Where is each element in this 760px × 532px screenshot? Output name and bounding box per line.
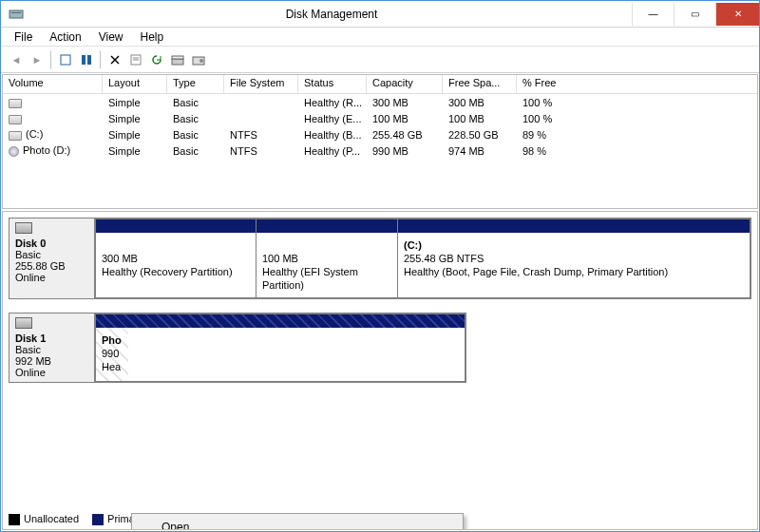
disk-icon — [15, 317, 32, 329]
drive-icon — [9, 115, 22, 124]
table-row[interactable]: Photo (D:) SimpleBasicNTFSHealthy (P...9… — [3, 142, 757, 159]
swatch-primary — [92, 514, 104, 525]
svg-point-13 — [200, 59, 203, 63]
svg-rect-1 — [11, 12, 21, 13]
app-icon — [5, 3, 28, 26]
table-row[interactable]: (C:) SimpleBasicNTFSHealthy (B...255.48 … — [3, 126, 757, 142]
disk-0-row: Disk 0 Basic 255.88 GB Online 300 MBHeal… — [9, 218, 751, 299]
partition-bar — [96, 314, 465, 328]
separator — [50, 50, 52, 69]
disc-icon — [9, 146, 19, 157]
context-menu: Open Explore Mark Partition as Active Ch… — [131, 513, 464, 530]
drive-icon — [9, 131, 22, 141]
disk-graph: Disk 0 Basic 255.88 GB Online 300 MBHeal… — [2, 211, 758, 530]
separator — [100, 50, 102, 69]
disk-0-partition-1[interactable]: 100 MBHealthy (EFI System Partition) — [256, 218, 398, 298]
window-controls: — ▭ ✕ — [632, 3, 759, 26]
titlebar: Disk Management — ▭ ✕ — [1, 1, 759, 28]
toolbar-btn-5[interactable] — [168, 50, 187, 69]
table-row[interactable]: SimpleBasicHealthy (R...300 MB300 MB100 … — [3, 94, 757, 110]
svg-rect-11 — [172, 56, 183, 59]
disk-0-info[interactable]: Disk 0 Basic 255.88 GB Online — [10, 218, 95, 298]
forward-button[interactable]: ► — [28, 50, 47, 69]
toolbar-btn-6[interactable] — [189, 50, 208, 69]
volume-rows: SimpleBasicHealthy (R...300 MB300 MB100 … — [3, 94, 757, 159]
col-status[interactable]: Status — [298, 75, 367, 93]
col-volume[interactable]: Volume — [3, 75, 103, 93]
disk-icon — [15, 222, 32, 234]
menu-help[interactable]: Help — [133, 29, 172, 45]
legend: Unallocated Prima — [9, 513, 135, 525]
col-capacity[interactable]: Capacity — [367, 75, 443, 93]
swatch-unallocated — [9, 514, 20, 525]
col-type[interactable]: Type — [167, 75, 224, 93]
disk-1-info[interactable]: Disk 1 Basic 992 MB Online — [10, 314, 95, 382]
menu-file[interactable]: File — [7, 29, 40, 45]
partition-bar — [96, 219, 256, 233]
menu-action[interactable]: Action — [42, 29, 88, 45]
col-filesystem[interactable]: File System — [224, 75, 298, 93]
table-row[interactable]: SimpleBasicHealthy (E...100 MB100 MB100 … — [3, 110, 757, 126]
column-headers: Volume Layout Type File System Status Ca… — [3, 75, 757, 94]
toolbar-btn-properties-icon[interactable] — [126, 50, 145, 69]
col-layout[interactable]: Layout — [103, 75, 167, 93]
toolbar: ◄ ► — [1, 47, 759, 73]
back-button[interactable]: ◄ — [7, 50, 26, 69]
svg-rect-4 — [87, 55, 91, 65]
maximize-button[interactable]: ▭ — [674, 3, 715, 26]
toolbar-btn-2[interactable] — [77, 50, 96, 69]
volume-list: Volume Layout Type File System Status Ca… — [2, 74, 758, 209]
disk-1-row: Disk 1 Basic 992 MB Online Pho990Hea — [9, 313, 466, 383]
close-button[interactable]: ✕ — [715, 3, 759, 26]
disk-0-partition-0[interactable]: 300 MBHealthy (Recovery Partition) — [95, 218, 256, 298]
partition-bar — [398, 219, 750, 233]
toolbar-btn-refresh-icon[interactable] — [147, 50, 166, 69]
col-pctfree[interactable]: % Free — [517, 75, 574, 93]
window-title: Disk Management — [31, 8, 632, 21]
svg-rect-0 — [10, 10, 23, 18]
svg-rect-2 — [61, 55, 70, 65]
menu-view[interactable]: View — [91, 29, 131, 45]
drive-icon — [9, 99, 22, 108]
minimize-button[interactable]: — — [632, 3, 674, 26]
window: Disk Management — ▭ ✕ File Action View H… — [0, 0, 760, 532]
menubar: File Action View Help — [1, 28, 759, 47]
toolbar-btn-close-icon[interactable] — [105, 50, 124, 69]
svg-rect-3 — [82, 55, 86, 65]
disk-1-partition-0[interactable]: Pho990Hea — [95, 314, 466, 382]
toolbar-btn-1[interactable] — [56, 50, 75, 69]
ctx-open[interactable]: Open — [135, 517, 460, 530]
disk-0-partition-2[interactable]: (C:)255.48 GB NTFSHealthy (Boot, Page Fi… — [397, 218, 750, 298]
svg-rect-10 — [172, 59, 183, 65]
col-freespace[interactable]: Free Spa... — [443, 75, 517, 93]
partition-bar — [256, 219, 397, 233]
legend-unallocated: Unallocated — [24, 513, 79, 524]
